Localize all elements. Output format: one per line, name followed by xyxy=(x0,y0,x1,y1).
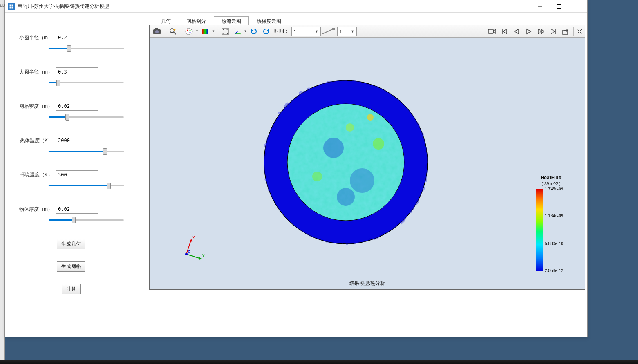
svg-point-31 xyxy=(350,168,374,193)
svg-point-12 xyxy=(190,32,191,33)
model-footer-label: 结果模型:热分析 xyxy=(349,280,385,287)
param-label: 大圆半径（m） xyxy=(18,69,53,76)
color-legend: HeatFlux （W/m^2） 1.745e-091.164e-095.830… xyxy=(528,175,573,271)
fit-view-icon[interactable] xyxy=(219,26,231,37)
param-input[interactable] xyxy=(56,205,98,214)
svg-rect-6 xyxy=(155,28,158,30)
svg-point-9 xyxy=(186,28,192,35)
play-icon[interactable] xyxy=(523,26,535,37)
param-slider[interactable] xyxy=(49,216,124,223)
camera-icon[interactable] xyxy=(151,26,163,37)
title-bar[interactable]: 韦雨川-苏州大学-两圆铁饼热传递分析模型 xyxy=(5,0,587,13)
minimize-button[interactable] xyxy=(531,0,550,13)
legend-tick: 1.164e-09 xyxy=(545,214,563,218)
svg-line-20 xyxy=(322,29,333,34)
time-combo[interactable]: 1▼ xyxy=(291,27,321,36)
svg-point-11 xyxy=(190,29,191,31)
legend-tick: 2.058e-12 xyxy=(545,268,563,273)
param-row-0: 小圆半径（m） xyxy=(18,33,125,52)
taskbar-fragment xyxy=(0,360,638,364)
tab-bar: 几何网格划分热流云图热梯度云图 xyxy=(153,16,585,25)
fast-forward-icon[interactable] xyxy=(535,26,547,37)
svg-marker-42 xyxy=(199,257,202,260)
svg-line-17 xyxy=(235,31,238,34)
svg-text:Z: Z xyxy=(188,250,190,254)
time-label: 时间： xyxy=(274,28,289,35)
param-slider[interactable] xyxy=(49,113,124,121)
param-input[interactable] xyxy=(56,33,98,42)
step-combo[interactable]: 1▼ xyxy=(337,27,357,36)
param-label: 网格密度（m） xyxy=(18,103,53,110)
param-label: 小圆半径（m） xyxy=(18,34,53,41)
axis-view-icon[interactable]: zy xyxy=(232,26,243,37)
svg-point-33 xyxy=(373,138,384,150)
param-row-2: 网格密度（m） xyxy=(18,102,125,121)
export-icon[interactable] xyxy=(560,26,571,37)
param-label: 物体厚度（m） xyxy=(18,206,53,213)
legend-colorbar: 1.745e-091.164e-095.830e-102.058e-12 xyxy=(536,189,543,271)
app-window: 韦雨川-苏州大学-两圆铁饼热传递分析模型 小圆半径（m）大圆半径（m）网格密度（… xyxy=(5,0,588,337)
skip-forward-icon[interactable] xyxy=(548,26,559,37)
zoom-spark-icon[interactable] xyxy=(167,26,179,37)
param-slider[interactable] xyxy=(49,147,124,155)
param-input[interactable] xyxy=(56,67,98,76)
video-camera-icon[interactable] xyxy=(486,26,498,37)
svg-text:y: y xyxy=(240,33,241,35)
rotate-cw-icon[interactable] xyxy=(248,26,260,37)
svg-rect-13 xyxy=(202,29,208,34)
svg-text:z: z xyxy=(234,27,235,29)
generate-geometry-button[interactable]: 生成几何 xyxy=(57,239,85,249)
svg-point-35 xyxy=(346,123,354,132)
tab-3[interactable]: 热梯度云图 xyxy=(249,16,289,25)
plot-canvas[interactable]: X Y Z HeatFlux （W/m^2） 1.745e-091.164e-0… xyxy=(150,38,585,289)
svg-point-32 xyxy=(337,188,355,206)
svg-point-36 xyxy=(367,114,374,121)
svg-point-5 xyxy=(155,30,159,33)
param-slider[interactable] xyxy=(49,45,124,52)
tab-0[interactable]: 几何 xyxy=(153,16,179,25)
svg-line-8 xyxy=(174,32,176,34)
visualization-area: 几何网格划分热流云图热梯度云图 ▼ xyxy=(149,13,587,337)
svg-rect-21 xyxy=(332,28,335,30)
param-row-1: 大圆半径（m） xyxy=(18,67,125,86)
window-title: 韦雨川-苏州大学-两圆铁饼热传递分析模型 xyxy=(18,3,531,10)
param-input[interactable] xyxy=(56,136,98,145)
skip-back-icon[interactable] xyxy=(499,26,510,37)
heatflux-model xyxy=(264,74,428,250)
legend-tick: 5.830e-10 xyxy=(545,241,563,246)
app-icon xyxy=(8,3,15,10)
svg-point-30 xyxy=(323,138,344,158)
param-label: 环境温度（K） xyxy=(18,172,53,179)
legend-title: HeatFlux xyxy=(528,175,573,181)
svg-rect-22 xyxy=(488,29,493,33)
close-button[interactable] xyxy=(569,0,587,13)
param-row-4: 环境温度（K） xyxy=(18,170,125,189)
parameter-panel: 小圆半径（m）大圆半径（m）网格密度（m）热体温度（K）环境温度（K）物体厚度（… xyxy=(5,13,149,337)
svg-point-34 xyxy=(312,172,322,181)
rotate-ccw-icon[interactable] xyxy=(260,26,272,37)
play-back-icon[interactable] xyxy=(511,26,522,37)
axis-triad: X Y Z xyxy=(182,235,205,261)
param-slider[interactable] xyxy=(49,182,124,189)
expand-icon[interactable] xyxy=(576,26,583,37)
svg-point-10 xyxy=(187,29,188,31)
maximize-button[interactable] xyxy=(550,0,569,13)
tab-1[interactable]: 网格划分 xyxy=(179,16,214,25)
background-app-label: ap xyxy=(0,2,5,7)
visualization-panel: ▼ ▼ zy ▼ xyxy=(149,25,585,290)
cube-colormap-icon[interactable] xyxy=(199,26,211,37)
param-slider[interactable] xyxy=(49,79,124,86)
svg-text:X: X xyxy=(192,236,195,240)
tab-2[interactable]: 热流云图 xyxy=(214,16,249,25)
param-row-5: 物体厚度（m） xyxy=(18,205,125,223)
svg-point-7 xyxy=(170,29,174,33)
palette-icon[interactable] xyxy=(183,26,195,37)
param-label: 热体温度（K） xyxy=(18,137,53,144)
param-input[interactable] xyxy=(56,102,98,111)
param-row-3: 热体温度（K） xyxy=(18,136,125,155)
time-scrub-icon[interactable] xyxy=(322,27,336,36)
generate-mesh-button[interactable]: 生成网格 xyxy=(57,261,85,272)
svg-text:Y: Y xyxy=(202,254,205,258)
compute-button[interactable]: 计算 xyxy=(62,284,81,294)
param-input[interactable] xyxy=(56,170,98,179)
